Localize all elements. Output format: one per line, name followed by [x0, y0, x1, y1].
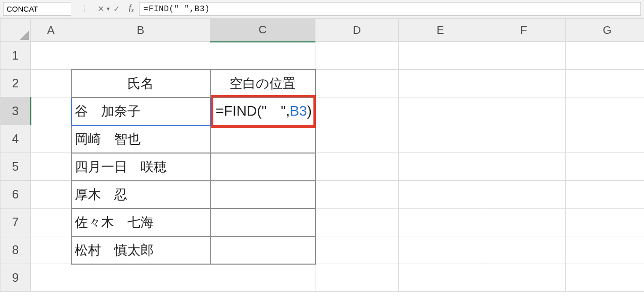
- cell-G7[interactable]: [566, 209, 645, 236]
- col-header-F[interactable]: F: [482, 19, 566, 42]
- cell-B9[interactable]: [71, 264, 210, 292]
- cell-B6[interactable]: 厚木 忍: [71, 181, 210, 209]
- cell-C2[interactable]: 空白の位置: [210, 70, 315, 97]
- cell-C1[interactable]: [210, 42, 315, 70]
- formula-input[interactable]: =FIND(" ",B3): [139, 2, 641, 16]
- cell-F4[interactable]: [482, 125, 566, 153]
- row-header-9[interactable]: 9: [1, 264, 31, 292]
- cell-E6[interactable]: [399, 181, 482, 209]
- cell-F1[interactable]: [482, 42, 566, 70]
- formula-bar-controls: ⋮ ✕ ✓ fx: [71, 0, 139, 18]
- cell-B2[interactable]: 氏名: [71, 70, 210, 97]
- formula-suffix: ): [307, 103, 311, 119]
- row-header-8[interactable]: 8: [1, 236, 31, 264]
- row-header-5[interactable]: 5: [1, 153, 31, 181]
- cell-A4[interactable]: [31, 125, 71, 153]
- cell-B1[interactable]: [71, 42, 210, 70]
- row-header-1[interactable]: 1: [1, 42, 31, 70]
- cell-E2[interactable]: [399, 70, 482, 97]
- formula-ref: B3: [290, 103, 307, 119]
- select-all-corner[interactable]: [1, 19, 31, 42]
- cell-E1[interactable]: [399, 42, 482, 70]
- cell-C3[interactable]: =FIND(" ",B3): [210, 97, 315, 125]
- cell-A8[interactable]: [31, 236, 71, 264]
- cell-A1[interactable]: [31, 42, 71, 70]
- cell-A2[interactable]: [31, 70, 71, 97]
- row-header-2[interactable]: 2: [1, 70, 31, 97]
- row-header-7[interactable]: 7: [1, 209, 31, 236]
- separator-icon: ⋮: [80, 4, 88, 14]
- cell-A9[interactable]: [31, 264, 71, 292]
- cell-G4[interactable]: [566, 125, 645, 153]
- cell-D4[interactable]: [315, 125, 399, 153]
- cell-C5[interactable]: [210, 153, 315, 181]
- cell-B5[interactable]: 四月一日 咲穂: [71, 153, 210, 181]
- cell-E8[interactable]: [399, 236, 482, 264]
- formula-bar: ▼ ⋮ ✕ ✓ fx =FIND(" ",B3): [0, 0, 644, 18]
- cell-C4[interactable]: [210, 125, 315, 153]
- cell-C6[interactable]: [210, 181, 315, 209]
- col-header-A[interactable]: A: [31, 19, 71, 42]
- col-header-E[interactable]: E: [399, 19, 482, 42]
- cell-G6[interactable]: [566, 181, 645, 209]
- cell-C8[interactable]: [210, 236, 315, 264]
- worksheet[interactable]: A B C D E F G 1 2: [0, 18, 644, 292]
- grid[interactable]: A B C D E F G 1 2: [0, 18, 644, 292]
- name-box[interactable]: ▼: [3, 2, 71, 16]
- cell-G1[interactable]: [566, 42, 645, 70]
- col-header-C[interactable]: C: [210, 19, 315, 42]
- cell-F5[interactable]: [482, 153, 566, 181]
- cell-D5[interactable]: [315, 153, 399, 181]
- cell-B7[interactable]: 佐々木 七海: [71, 209, 210, 236]
- cell-D9[interactable]: [315, 264, 399, 292]
- cell-D2[interactable]: [315, 70, 399, 97]
- cell-F9[interactable]: [482, 264, 566, 292]
- cell-D6[interactable]: [315, 181, 399, 209]
- cell-D1[interactable]: [315, 42, 399, 70]
- cell-C9[interactable]: [210, 264, 315, 292]
- cell-D3[interactable]: [315, 97, 399, 125]
- cell-G9[interactable]: [566, 264, 645, 292]
- cell-F7[interactable]: [482, 209, 566, 236]
- cell-E4[interactable]: [399, 125, 482, 153]
- formula-prefix: =FIND(" ",: [216, 103, 290, 119]
- cell-B4[interactable]: 岡崎 智也: [71, 125, 210, 153]
- cell-G2[interactable]: [566, 70, 645, 97]
- cell-F6[interactable]: [482, 181, 566, 209]
- cell-F8[interactable]: [482, 236, 566, 264]
- fx-icon[interactable]: fx: [129, 3, 134, 14]
- cell-A5[interactable]: [31, 153, 71, 181]
- row-header-3[interactable]: 3: [1, 97, 31, 125]
- cell-A6[interactable]: [31, 181, 71, 209]
- cell-C7[interactable]: [210, 209, 315, 236]
- col-header-B[interactable]: B: [71, 19, 210, 42]
- cell-F2[interactable]: [482, 70, 566, 97]
- cell-E3[interactable]: [399, 97, 482, 125]
- cell-B3[interactable]: 谷 加奈子: [71, 97, 210, 125]
- cell-B8[interactable]: 松村 慎太郎: [71, 236, 210, 264]
- editing-cell[interactable]: =FIND(" ",B3): [214, 98, 312, 125]
- cell-E9[interactable]: [399, 264, 482, 292]
- cell-E5[interactable]: [399, 153, 482, 181]
- cell-A3[interactable]: [31, 97, 71, 125]
- cell-E7[interactable]: [399, 209, 482, 236]
- editing-text: =FIND(" ",B3): [214, 102, 314, 121]
- cell-G5[interactable]: [566, 153, 645, 181]
- cell-D7[interactable]: [315, 209, 399, 236]
- row-header-4[interactable]: 4: [1, 125, 31, 153]
- col-header-D[interactable]: D: [315, 19, 399, 42]
- cell-F3[interactable]: [482, 97, 566, 125]
- cell-D8[interactable]: [315, 236, 399, 264]
- cell-A7[interactable]: [31, 209, 71, 236]
- confirm-icon[interactable]: ✓: [113, 4, 120, 14]
- formula-text: =FIND(" ",B3): [144, 5, 210, 14]
- row-header-6[interactable]: 6: [1, 181, 31, 209]
- col-header-G[interactable]: G: [566, 19, 645, 42]
- cell-G3[interactable]: [566, 97, 645, 125]
- cell-G8[interactable]: [566, 236, 645, 264]
- cancel-icon[interactable]: ✕: [98, 4, 104, 14]
